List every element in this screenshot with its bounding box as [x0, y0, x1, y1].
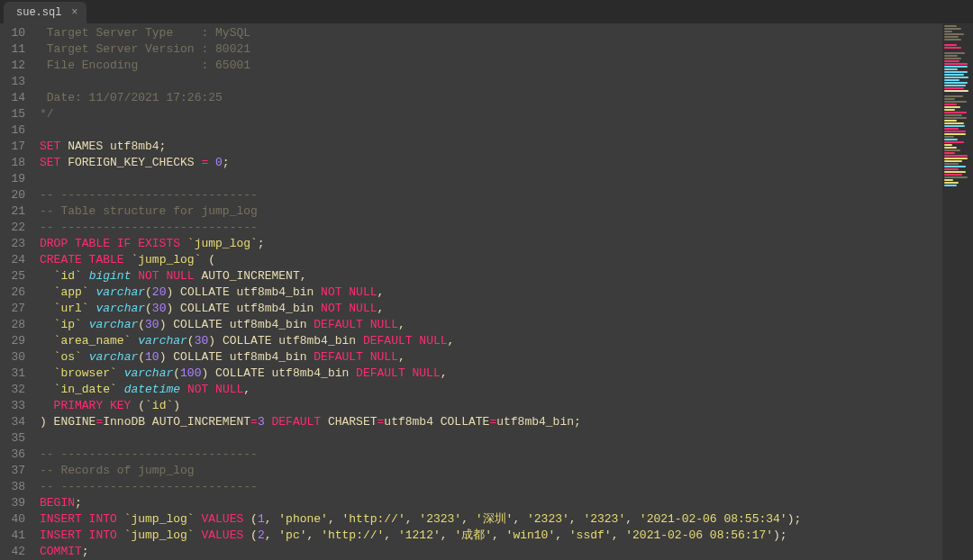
code-line: SET FOREIGN_KEY_CHECKS = 0; [40, 155, 942, 171]
code-line [40, 122, 942, 139]
line-number: 30 [0, 349, 31, 366]
line-number: 18 [0, 155, 31, 171]
minimap[interactable] [942, 23, 973, 560]
line-number-gutter: 1011121314151617181920212223242526272829… [0, 23, 31, 560]
code-line: -- ---------------------------- [40, 479, 942, 495]
line-number: 38 [0, 479, 31, 495]
code-line: ) ENGINE=InnoDB AUTO_INCREMENT=3 DEFAULT… [40, 414, 942, 430]
line-number: 29 [0, 333, 31, 349]
line-number: 15 [0, 106, 31, 122]
code-line: SET NAMES utf8mb4; [40, 139, 942, 155]
line-number: 21 [0, 203, 31, 220]
line-number: 25 [0, 268, 31, 285]
line-number: 36 [0, 447, 31, 463]
code-line: `browser` varchar(100) COLLATE utf8mb4_b… [40, 366, 942, 382]
line-number: 26 [0, 285, 31, 301]
code-line: Date: 11/07/2021 17:26:25 [40, 90, 942, 106]
code-area[interactable]: Target Server Type : MySQL Target Server… [31, 23, 942, 560]
line-number: 17 [0, 139, 31, 155]
line-number: 42 [0, 544, 31, 560]
code-line: -- ---------------------------- [40, 447, 942, 463]
code-line: Target Server Type : MySQL [40, 25, 942, 41]
code-line: INSERT INTO `jump_log` VALUES (1, 'phone… [40, 511, 942, 528]
line-number: 14 [0, 90, 31, 106]
code-line: File Encoding : 65001 [40, 58, 942, 74]
code-line: -- ---------------------------- [40, 187, 942, 203]
line-number: 39 [0, 495, 31, 511]
line-number: 33 [0, 398, 31, 414]
tab-bar: sue.sql × [0, 0, 973, 23]
code-line: DROP TABLE IF EXISTS `jump_log`; [40, 236, 942, 252]
line-number: 11 [0, 41, 31, 58]
line-number: 24 [0, 252, 31, 268]
code-line: */ [40, 106, 942, 122]
code-line [40, 171, 942, 187]
code-line: PRIMARY KEY (`id`) [40, 398, 942, 414]
line-number: 27 [0, 301, 31, 317]
line-number: 19 [0, 171, 31, 187]
line-number: 35 [0, 430, 31, 447]
line-number: 13 [0, 74, 31, 90]
line-number: 31 [0, 366, 31, 382]
tab-filename: sue.sql [16, 6, 61, 19]
code-line: `os` varchar(10) COLLATE utf8mb4_bin DEF… [40, 349, 942, 366]
line-number: 22 [0, 220, 31, 236]
line-number: 37 [0, 463, 31, 479]
code-line: `url` varchar(30) COLLATE utf8mb4_bin NO… [40, 301, 942, 317]
line-number: 16 [0, 122, 31, 139]
line-number: 28 [0, 317, 31, 333]
line-number: 40 [0, 511, 31, 528]
close-icon[interactable]: × [71, 6, 77, 19]
code-line: -- Table structure for jump_log [40, 203, 942, 220]
code-line: -- ---------------------------- [40, 220, 942, 236]
line-number: 12 [0, 58, 31, 74]
line-number: 34 [0, 414, 31, 430]
line-number: 20 [0, 187, 31, 203]
line-number: 10 [0, 25, 31, 41]
code-line: `area_name` varchar(30) COLLATE utf8mb4_… [40, 333, 942, 349]
code-line: `in_date` datetime NOT NULL, [40, 382, 942, 398]
code-line: `ip` varchar(30) COLLATE utf8mb4_bin DEF… [40, 317, 942, 333]
code-line: Target Server Version : 80021 [40, 41, 942, 58]
code-line: `app` varchar(20) COLLATE utf8mb4_bin NO… [40, 285, 942, 301]
line-number: 32 [0, 382, 31, 398]
editor: 1011121314151617181920212223242526272829… [0, 23, 973, 560]
code-line: CREATE TABLE `jump_log` ( [40, 252, 942, 268]
code-line: `id` bigint NOT NULL AUTO_INCREMENT, [40, 268, 942, 285]
code-line: BEGIN; [40, 495, 942, 511]
line-number: 41 [0, 528, 31, 544]
code-line [40, 430, 942, 447]
code-line [40, 74, 942, 90]
line-number: 23 [0, 236, 31, 252]
code-line: -- Records of jump_log [40, 463, 942, 479]
tab-sue-sql[interactable]: sue.sql × [4, 2, 86, 23]
code-line: INSERT INTO `jump_log` VALUES (2, 'pc', … [40, 528, 942, 544]
code-line: COMMIT; [40, 544, 942, 560]
